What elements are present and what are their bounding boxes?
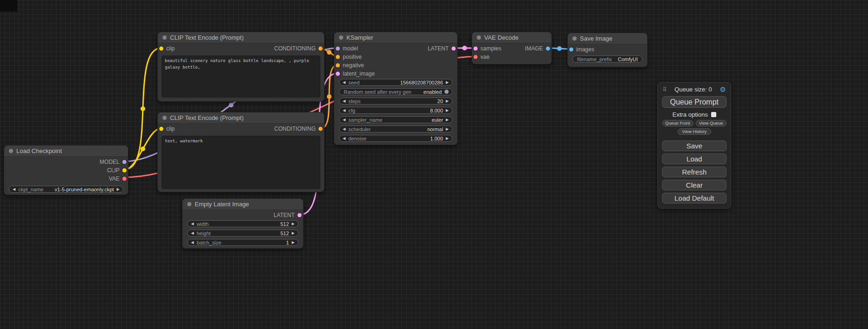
node-vae-decode[interactable]: VAE Decode IMAGE samples vae [472,32,552,64]
node-load-checkpoint[interactable]: Load Checkpoint MODEL CLIP VAE ◀ ckpt_na… [4,145,128,195]
input-dot-clip[interactable] [159,127,163,131]
input-slot-samples[interactable]: samples [472,44,551,53]
arrow-left-icon[interactable]: ◀ [343,109,346,112]
node-ksampler[interactable]: KSampler LATENT model positive negative … [334,32,458,145]
arrow-right-icon[interactable]: ▶ [446,118,449,122]
refresh-button[interactable]: Refresh [662,167,727,177]
collapse-dot-icon[interactable] [162,35,167,40]
widget-height[interactable]: ◀ height 512 ▶ [187,230,298,237]
view-queue-button[interactable]: View Queue [696,120,727,126]
output-label-conditioning[interactable]: CONDITIONING [274,45,316,52]
node-empty-latent-image[interactable]: Empty Latent Image LATENT ◀ width 512 ▶ … [182,198,303,249]
arrow-left-icon[interactable]: ◀ [343,127,346,131]
widget-denoise[interactable]: ◀ denoise 1.000 ▶ [339,135,452,142]
node-title-bar[interactable]: CLIP Text Encode (Prompt) [158,112,324,124]
toggle-knob-icon[interactable] [445,90,449,94]
input-dot-model[interactable] [336,47,340,51]
node-clip-text-encode-positive[interactable]: CLIP Text Encode (Prompt) clip CONDITION… [157,32,325,102]
arrow-left-icon[interactable]: ◀ [343,99,346,103]
collapse-dot-icon[interactable] [187,202,191,206]
collapse-dot-icon[interactable] [162,116,167,120]
save-button[interactable]: Save [662,140,727,151]
output-dot-clip[interactable] [122,168,127,173]
collapse-dot-icon[interactable] [572,36,577,41]
arrow-right-icon[interactable]: ▶ [292,241,295,245]
input-dot-latent-image[interactable] [336,72,340,76]
widget-batch-size[interactable]: ◀ batch_size 1 ▶ [187,239,298,246]
node-clip-text-encode-negative[interactable]: CLIP Text Encode (Prompt) clip CONDITION… [157,112,325,192]
extra-options-checkbox[interactable] [711,112,716,117]
output-dot-conditioning[interactable] [318,47,323,51]
input-dot-positive[interactable] [336,55,340,59]
output-slot-clip[interactable]: CLIP [4,166,128,175]
output-dot-model[interactable] [122,160,127,164]
input-slot-vae[interactable]: vae [472,53,551,61]
graph-canvas[interactable]: Load Checkpoint MODEL CLIP VAE ◀ ckpt_na… [0,0,868,329]
output-dot-conditioning[interactable] [318,127,323,131]
queue-prompt-button[interactable]: Queue Prompt [662,96,727,108]
arrow-left-icon[interactable]: ◀ [191,241,194,245]
arrow-left-icon[interactable]: ◀ [343,118,346,122]
arrow-left-icon[interactable]: ◀ [191,231,194,235]
output-label-conditioning[interactable]: CONDITIONING [274,126,316,132]
widget-seed[interactable]: ◀ seed 156680208700286 ▶ [339,79,452,86]
widget-cfg[interactable]: ◀ cfg 8.000 ▶ [339,107,452,114]
collapse-dot-icon[interactable] [9,149,13,153]
node-title-bar[interactable]: VAE Decode [472,32,551,43]
output-slot-model[interactable]: MODEL [4,158,128,166]
arrow-right-icon[interactable]: ▶ [446,109,449,112]
input-slot-model[interactable]: model [334,44,457,53]
input-dot-vae[interactable] [473,55,478,59]
clear-button[interactable]: Clear [662,180,727,190]
view-history-button[interactable]: View History [677,128,711,135]
arrow-right-icon[interactable]: ▶ [117,188,120,191]
positive-prompt-textarea[interactable]: beautiful scenery nature glass bottle la… [162,56,320,98]
load-button[interactable]: Load [662,154,727,164]
arrow-left-icon[interactable]: ◀ [191,222,194,226]
node-title-bar[interactable]: Load Checkpoint [4,146,128,157]
output-dot-latent[interactable] [297,213,302,217]
input-dot-samples[interactable] [473,47,478,51]
node-save-image[interactable]: Save Image images filename_prefix ComfyU… [567,33,648,67]
widget-sampler-name[interactable]: ◀ sampler_name euler ▶ [339,116,452,123]
input-label-clip[interactable]: clip [166,126,175,132]
arrow-left-icon[interactable]: ◀ [13,188,15,191]
input-dot-clip[interactable] [159,47,163,51]
output-slot-vae[interactable]: VAE [4,175,128,183]
arrow-left-icon[interactable]: ◀ [343,81,346,84]
arrow-right-icon[interactable]: ▶ [292,231,295,235]
arrow-right-icon[interactable]: ▶ [446,99,449,103]
input-slot-images[interactable]: images [568,45,647,54]
queue-front-button[interactable]: Queue Front [662,120,693,126]
arrow-left-icon[interactable]: ◀ [343,137,346,140]
node-title-bar[interactable]: Save Image [568,33,647,44]
output-slot-latent[interactable]: LATENT [183,211,303,219]
input-slot-latent-image[interactable]: latent_image [334,70,457,78]
widget-scheduler[interactable]: ◀ scheduler normal ▶ [339,126,452,133]
settings-gear-icon[interactable]: ⚙ [720,86,726,93]
input-slot-negative[interactable]: negative [334,61,457,70]
arrow-right-icon[interactable]: ▶ [446,137,449,140]
input-slot-positive[interactable]: positive [334,53,457,61]
collapse-dot-icon[interactable] [477,35,481,40]
input-label-clip[interactable]: clip [166,45,175,52]
input-dot-negative[interactable] [336,63,340,68]
arrow-right-icon[interactable]: ▶ [292,222,295,226]
arrow-right-icon[interactable]: ▶ [446,127,449,131]
widget-random-seed-toggle[interactable]: Random seed after every gen enabled [339,88,452,95]
arrow-right-icon[interactable]: ▶ [446,81,449,84]
load-default-button[interactable]: Load Default [662,193,727,203]
widget-filename-prefix[interactable]: filename_prefix ComfyUI [572,56,642,63]
widget-steps[interactable]: ◀ steps 20 ▶ [339,98,452,105]
node-title-bar[interactable]: Empty Latent Image [183,199,303,210]
node-title-bar[interactable]: KSampler [334,32,457,43]
comfy-menu[interactable]: ⠿ Queue size: 0 ⚙ Queue Prompt Extra opt… [657,82,731,209]
widget-width[interactable]: ◀ width 512 ▶ [187,220,298,227]
input-dot-images[interactable] [569,48,573,52]
menu-drag-handle-icon[interactable]: ⠿ [663,86,667,93]
negative-prompt-textarea[interactable]: text, watermark [162,136,320,189]
node-title-bar[interactable]: CLIP Text Encode (Prompt) [158,32,324,43]
collapse-dot-icon[interactable] [339,35,343,40]
widget-ckpt-name[interactable]: ◀ ckpt_name v1-5-pruned-emaonly.ckpt ▶ [9,186,123,193]
output-dot-vae[interactable] [122,177,127,181]
